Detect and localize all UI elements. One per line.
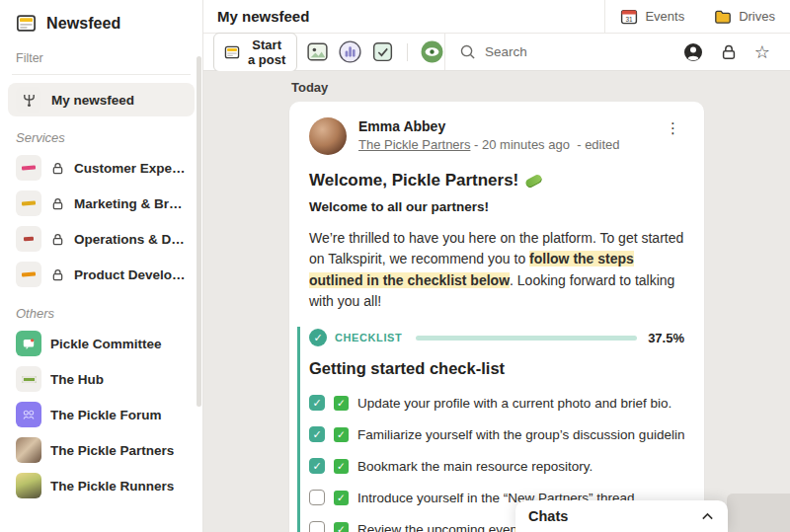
add-image-button[interactable] (305, 39, 330, 64)
sidebar-item-the-pickle-runners[interactable]: The Pickle Runners (0, 468, 202, 503)
group-logo-photo (16, 473, 41, 498)
sidebar-item-customer-experience[interactable]: Customer Experience (0, 150, 202, 186)
green-check-emoji (334, 459, 349, 474)
my-newsfeed-icon (16, 87, 41, 113)
events-label: Events (645, 9, 684, 24)
meta-separator: - (474, 137, 478, 152)
author-name[interactable]: Emma Abbey (358, 118, 620, 134)
filter-section-label: Filter (16, 51, 187, 65)
sidebar-item-label: The Pickle Forum (50, 408, 162, 422)
post-timestamp: 20 minutes ago (482, 137, 570, 152)
sidebar-item-the-hub[interactable]: The Hub (0, 361, 202, 397)
sidebar-item-pickle-committee[interactable]: Pickle Committee (0, 326, 202, 361)
checklist-item[interactable]: Familiarize yourself with the group’s di… (309, 426, 684, 442)
sidebar-divider (12, 74, 191, 75)
sidebar-item-label: The Hub (50, 372, 104, 387)
green-check-emoji (334, 522, 349, 532)
meta-separator: - (577, 137, 581, 152)
header-actions: 31 Events Drives (604, 0, 790, 33)
services-section-label: Services (16, 130, 187, 145)
page-title: My newsfeed (203, 8, 309, 25)
sidebar-item-my-newsfeed[interactable]: My newsfeed (8, 83, 195, 116)
start-a-post-label: Start a post (247, 38, 286, 67)
sidebar-item-label: Operations & Distrib... (74, 232, 187, 247)
checklist-progress-percent: 37.5% (648, 331, 684, 345)
chats-label: Chats (528, 508, 568, 524)
search-icon (459, 43, 476, 60)
post-header: Emma Abbey The Pickle Partners - 20 minu… (309, 117, 684, 155)
others-section-label: Others (16, 306, 187, 321)
svg-text:31: 31 (626, 15, 634, 22)
lock-icon (50, 267, 65, 282)
feed-date-label: Today (291, 80, 704, 95)
green-check-emoji (334, 396, 349, 411)
sidebar-item-marketing-brand[interactable]: Marketing & Brand (0, 186, 202, 221)
green-check-emoji (334, 427, 349, 442)
post-title: Welcome, Pickle Partners! (309, 171, 684, 190)
checklist-progress-bar (416, 336, 637, 341)
checklist-heading: Getting started check-list (309, 359, 684, 378)
chats-panel-backdrop (727, 494, 790, 532)
toolbar-divider (407, 43, 408, 61)
favorite-star-icon[interactable]: ☆ (754, 43, 770, 61)
checklist-item[interactable]: Update your profile with a current photo… (309, 395, 684, 411)
author-avatar[interactable] (309, 117, 347, 155)
main-area: My newsfeed 31 Events Drives Star (203, 0, 790, 532)
post-subtitle: Welcome to all our partners! (309, 199, 684, 214)
calendar-icon: 31 (620, 8, 638, 26)
group-link[interactable]: The Pickle Partners (358, 137, 470, 152)
sidebar-item-label: The Pickle Runners (50, 479, 174, 494)
sidebar-scrollbar[interactable] (197, 56, 201, 407)
checklist-item-text: Familiarize yourself with the group’s di… (357, 427, 684, 442)
sidebar-item-operations-distribution[interactable]: Operations & Distrib... (0, 221, 202, 257)
group-logo (16, 366, 41, 392)
chats-bar[interactable]: Chats (515, 500, 728, 532)
checklist-item-text: Update your profile with a current photo… (357, 396, 672, 411)
service-logo (16, 262, 41, 287)
sidebar-item-the-pickle-partners[interactable]: The Pickle Partners (0, 432, 202, 468)
checkbox[interactable] (309, 395, 325, 411)
search-input[interactable] (485, 44, 670, 59)
lock-icon (50, 196, 65, 211)
pickle-emoji (524, 173, 543, 189)
checkbox[interactable] (309, 490, 325, 505)
sidebar-item-label: The Pickle Partners (50, 443, 174, 458)
service-logo (16, 155, 41, 181)
app-title: Newsfeed (46, 15, 121, 33)
create-checklist-button[interactable] (370, 39, 395, 64)
create-poll-button[interactable] (338, 39, 362, 64)
sidebar-item-the-pickle-forum[interactable]: The Pickle Forum (0, 397, 202, 432)
top-header: My newsfeed 31 Events Drives (203, 0, 790, 34)
feed-content: Today Emma Abbey The Pickle Partners - 2… (203, 71, 790, 532)
drives-button[interactable]: Drives (699, 0, 790, 33)
newsfeed-icon (224, 44, 240, 60)
sidebar-item-label: Pickle Committee (50, 337, 162, 351)
green-check-emoji (334, 491, 349, 505)
group-logo-photo (16, 437, 41, 463)
toolbar-right-icons: ☆ (683, 42, 790, 62)
sidebar-item-label: My newsfeed (51, 93, 134, 108)
sidebar-item-product-development[interactable]: Product Development (0, 257, 202, 292)
checkbox[interactable] (309, 458, 325, 474)
checklist-label: CHECKLIST (335, 332, 402, 343)
folder-icon (714, 8, 732, 26)
visibility-eye-button[interactable] (420, 39, 444, 64)
checklist-item[interactable]: Bookmark the main resource repository. (309, 458, 684, 474)
start-a-post-button[interactable]: Start a post (213, 33, 297, 72)
chevron-up-icon[interactable] (700, 509, 715, 524)
privacy-lock-icon[interactable] (720, 43, 738, 61)
sidebar-item-label: Customer Experience (74, 161, 187, 176)
search-bar[interactable] (445, 43, 683, 60)
sidebar-item-label: Marketing & Brand (74, 196, 187, 211)
profile-avatar-icon[interactable] (683, 42, 703, 62)
events-button[interactable]: 31 Events (605, 0, 699, 33)
composer-toolbar: Start a post (203, 34, 790, 71)
checkbox[interactable] (309, 426, 325, 442)
post-header-text: Emma Abbey The Pickle Partners - 20 minu… (358, 117, 620, 152)
checklist-item-text: Bookmark the main resource repository. (357, 459, 592, 474)
post-meta: The Pickle Partners - 20 minutes ago - e… (358, 137, 620, 152)
checkbox[interactable] (309, 521, 325, 532)
feed-column: Today Emma Abbey The Pickle Partners - 2… (289, 80, 704, 532)
post-menu-kebab-icon[interactable]: ⋮ (662, 117, 684, 139)
group-logo (16, 402, 41, 427)
